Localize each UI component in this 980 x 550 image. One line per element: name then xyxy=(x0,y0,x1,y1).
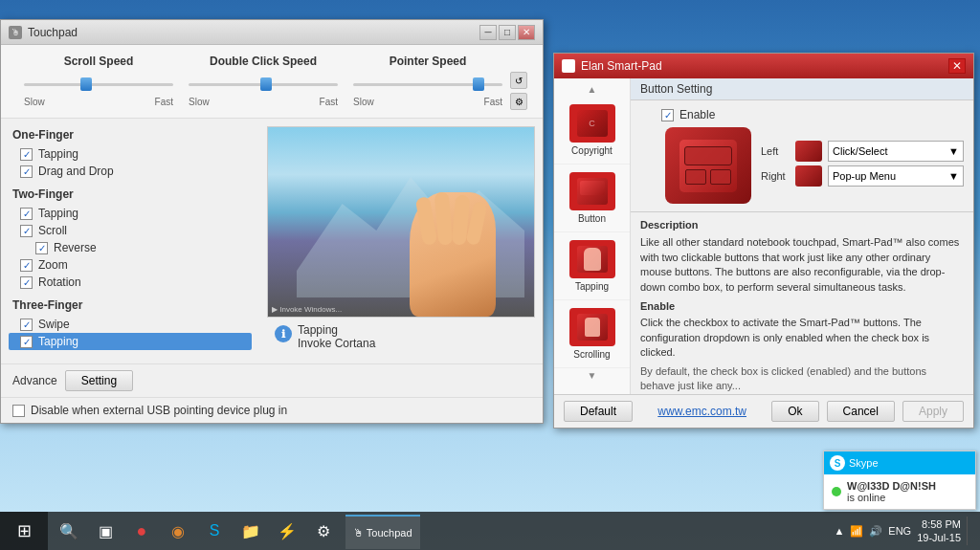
refresh-icon-button[interactable]: ↺ xyxy=(510,72,527,89)
clock-date: 19-Jul-15 xyxy=(917,531,961,544)
scrolling-nav-label: Scrolling xyxy=(573,349,610,360)
show-desktop-button[interactable] xyxy=(967,517,972,545)
disable-row: Disable when external USB pointing devic… xyxy=(1,397,543,423)
enable-label: Enable xyxy=(679,108,715,121)
one-finger-drag-item[interactable]: Drag and Drop xyxy=(12,163,248,180)
elan-body: ▲ C Copyright Button xyxy=(554,78,973,394)
button-top xyxy=(684,146,732,165)
settings-icon-button[interactable]: ⚙ xyxy=(510,93,527,110)
show-hidden-icons[interactable]: ▲ xyxy=(834,525,844,537)
hand-shape xyxy=(410,192,496,317)
taskbar-explorer-button[interactable]: 📁 xyxy=(234,514,268,548)
left-button-dropdown[interactable]: Click/Select ▼ xyxy=(828,141,964,162)
skype-status-text: is online xyxy=(847,492,936,503)
two-finger-scroll-item[interactable]: Scroll xyxy=(12,222,248,239)
two-finger-zoom-checkbox[interactable] xyxy=(20,259,33,272)
two-finger-tapping-item[interactable]: Tapping xyxy=(12,205,248,222)
taskbar-skype-button[interactable]: S xyxy=(197,514,232,548)
ok-button[interactable]: Ok xyxy=(771,401,818,422)
two-finger-reverse-label: Reverse xyxy=(54,241,97,254)
two-finger-scroll-checkbox[interactable] xyxy=(20,225,33,237)
speed-controls-area: Scroll Speed Slow Fast Double Click Spee… xyxy=(1,45,543,119)
disable-checkbox[interactable] xyxy=(12,405,25,417)
touchpad-minimize-button[interactable]: ─ xyxy=(479,25,497,40)
advance-label: Advance xyxy=(12,374,57,387)
main-content-area: One-Finger Tapping Drag and Drop Two-Fin… xyxy=(1,119,543,363)
elan-footer: Default www.emc.com.tw Ok Cancel Apply xyxy=(554,394,973,428)
touchpad-demo-image: ▶ Invoke Windows... xyxy=(267,126,535,318)
scrolling-nav-icon xyxy=(569,308,615,346)
taskbar-extra-button[interactable]: ⚡ xyxy=(270,514,304,548)
two-finger-rotation-checkbox[interactable] xyxy=(20,276,33,289)
one-finger-tapping-checkbox[interactable] xyxy=(20,148,33,161)
touchpad-titlebar: 🖱 Touchpad ─ □ ✕ xyxy=(1,20,543,45)
language-indicator[interactable]: ENG xyxy=(888,525,911,537)
cancel-button[interactable]: Cancel xyxy=(827,401,895,422)
double-click-speed-slider[interactable] xyxy=(189,76,338,95)
default-button[interactable]: Default xyxy=(564,401,633,422)
enable-checkbox[interactable] xyxy=(661,109,674,121)
two-finger-rotation-label: Rotation xyxy=(38,275,81,289)
scroll-speed-fast: Fast xyxy=(155,97,173,107)
right-button-dropdown-arrow: ▼ xyxy=(948,170,959,182)
taskbar-settings-button[interactable]: ⚙ xyxy=(306,514,341,548)
touchpad-restore-button[interactable]: □ xyxy=(499,25,516,40)
pointer-speed-thumb[interactable] xyxy=(473,77,484,91)
gesture-options-panel: One-Finger Tapping Drag and Drop Two-Fin… xyxy=(1,119,259,363)
skype-notification[interactable]: S Skype W@I33D D@N!SH is online xyxy=(823,451,976,510)
scroll-speed-thumb[interactable] xyxy=(80,77,92,91)
taskbar-search-button[interactable]: 🔍 xyxy=(52,514,86,548)
left-button-dropdown-arrow: ▼ xyxy=(948,145,959,157)
three-finger-tapping-item[interactable]: Tapping xyxy=(9,333,252,350)
three-finger-swipe-checkbox[interactable] xyxy=(20,319,33,331)
touchpad-window-title: Touchpad xyxy=(28,26,474,39)
taskbar-opera-button[interactable]: ● xyxy=(124,514,159,548)
one-finger-tapping-item[interactable]: Tapping xyxy=(12,145,248,163)
apply-button[interactable]: Apply xyxy=(902,401,964,422)
one-finger-drag-checkbox[interactable] xyxy=(20,165,33,178)
scroll-speed-slider[interactable] xyxy=(24,76,173,95)
two-finger-reverse-item[interactable]: Reverse xyxy=(12,239,248,256)
double-click-speed-thumb[interactable] xyxy=(260,77,272,91)
scrolling-shape xyxy=(585,318,600,337)
elan-content: Button Setting Enable xyxy=(631,78,973,394)
touchpad-close-button[interactable]: ✕ xyxy=(518,25,535,40)
description-title: Description xyxy=(640,218,964,232)
left-button-value: Click/Select xyxy=(833,145,887,157)
sidebar-scroll-down[interactable]: ▼ xyxy=(554,368,630,383)
three-finger-swipe-label: Swipe xyxy=(38,318,70,331)
enable-description-text: Click the checkbox to activate the Smart… xyxy=(640,316,964,360)
button-diagram-content xyxy=(679,140,737,192)
two-finger-tapping-checkbox[interactable] xyxy=(20,208,33,220)
volume-icon[interactable]: 🔊 xyxy=(869,525,882,538)
start-button[interactable]: ⊞ xyxy=(0,512,48,550)
elan-nav-button[interactable]: Button xyxy=(554,165,630,232)
right-button-config-row: Right Pop-up Menu ▼ xyxy=(761,165,964,187)
elan-nav-scrolling[interactable]: Scrolling xyxy=(554,300,630,368)
scroll-speed-track xyxy=(24,83,173,86)
taskbar: ⊞ 🔍 ▣ ● ◉ S 📁 ⚡ ⚙ 🖱 Touchpad ▲ 📶 🔊 ENG 8… xyxy=(0,512,980,550)
three-finger-swipe-item[interactable]: Swipe xyxy=(12,316,248,333)
taskbar-firefox-button[interactable]: ◉ xyxy=(161,514,195,548)
touchpad-taskbar-app[interactable]: 🖱 Touchpad xyxy=(345,515,420,549)
scroll-speed-slow: Slow xyxy=(24,97,45,107)
elan-nav-copyright[interactable]: C Copyright xyxy=(554,97,630,165)
elan-close-button[interactable]: ✕ xyxy=(948,58,966,74)
sidebar-scroll-up[interactable]: ▲ xyxy=(554,82,630,97)
two-finger-rotation-item[interactable]: Rotation xyxy=(12,274,248,291)
button-config-rows: Left Click/Select ▼ Right xyxy=(761,141,964,190)
copyright-nav-icon: C xyxy=(569,104,615,143)
taskbar-task-view-button[interactable]: ▣ xyxy=(88,514,122,548)
double-click-slow: Slow xyxy=(189,97,210,107)
taskbar-system-tray: ▲ 📶 🔊 ENG 8:58 PM 19-Jul-15 xyxy=(826,517,980,545)
elan-nav-tapping[interactable]: Tapping xyxy=(554,232,630,300)
skype-user-info: W@I33D D@N!SH is online xyxy=(847,480,936,503)
emc-link[interactable]: www.emc.com.tw xyxy=(640,405,764,418)
finger2 xyxy=(434,191,454,245)
setting-button[interactable]: Setting xyxy=(65,370,133,391)
three-finger-tapping-checkbox[interactable] xyxy=(20,336,33,348)
pointer-speed-slider[interactable] xyxy=(353,76,502,95)
two-finger-reverse-checkbox[interactable] xyxy=(35,242,48,254)
right-button-dropdown[interactable]: Pop-up Menu ▼ xyxy=(828,165,964,187)
two-finger-zoom-item[interactable]: Zoom xyxy=(12,256,248,274)
